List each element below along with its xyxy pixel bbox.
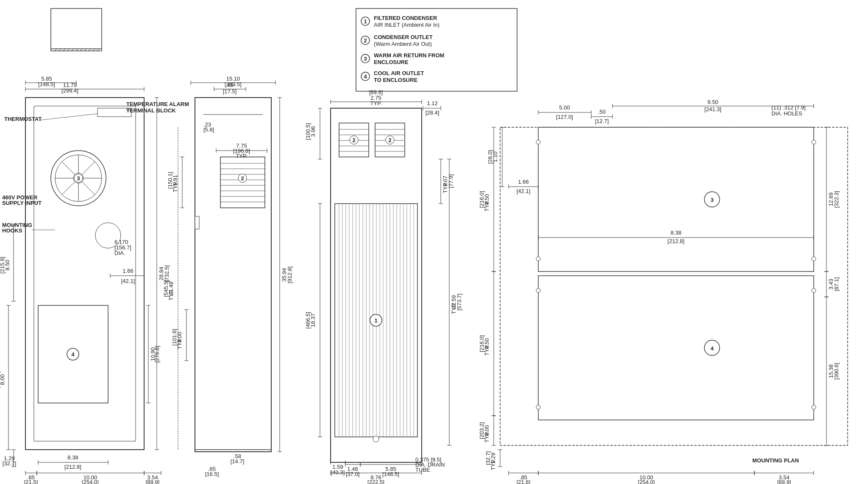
svg-text:1.66: 1.66	[122, 268, 133, 274]
svg-text:[390.6]: [390.6]	[833, 363, 840, 380]
svg-text:8.38: 8.38	[670, 229, 681, 236]
svg-point-298	[812, 288, 816, 293]
svg-text:TYP.: TYP.	[451, 302, 457, 314]
svg-text:1.12: 1.12	[427, 100, 437, 106]
svg-text:TYP.: TYP.	[236, 153, 247, 159]
svg-text:[32.7]: [32.7]	[3, 460, 17, 467]
svg-text:[12.7]: [12.7]	[595, 118, 609, 124]
svg-text:[42.1]: [42.1]	[517, 188, 531, 194]
svg-text:[732.5]: [732.5]	[164, 265, 170, 282]
svg-text:3: 3	[77, 175, 80, 182]
svg-text:[383.5]: [383.5]	[225, 81, 242, 87]
svg-text:[127.0]: [127.0]	[556, 114, 573, 120]
svg-point-299	[812, 405, 816, 409]
svg-text:[148.5]: [148.5]	[38, 81, 55, 87]
svg-text:[203.2]: [203.2]	[0, 371, 0, 388]
svg-text:DIA. HOLES: DIA. HOLES	[771, 110, 802, 117]
svg-text:4: 4	[364, 73, 367, 80]
svg-text:CONDENSER OUTLET: CONDENSER OUTLET	[374, 34, 433, 40]
svg-text:TYP.: TYP.	[484, 431, 490, 442]
svg-text:[254.0]: [254.0]	[638, 479, 655, 484]
svg-text:3: 3	[364, 56, 367, 62]
svg-text:TYP.: TYP.	[176, 338, 183, 349]
svg-text:FILTERED CONDENSER: FILTERED CONDENSER	[374, 15, 437, 21]
svg-text:SUPPLY INPUT: SUPPLY INPUT	[2, 200, 42, 206]
svg-text:DIA.: DIA.	[114, 250, 125, 256]
svg-text:[5.8]: [5.8]	[203, 126, 214, 133]
svg-text:[212.8]: [212.8]	[64, 464, 81, 470]
svg-text:[254.0]: [254.0]	[82, 479, 99, 484]
svg-text:TERMINAL BLOCK: TERMINAL BLOCK	[126, 107, 176, 114]
svg-text:[89.9]: [89.9]	[146, 479, 160, 484]
svg-text:.50: .50	[598, 109, 606, 115]
svg-text:[21.6]: [21.6]	[517, 479, 531, 484]
svg-text:8.00: 8.00	[0, 374, 6, 385]
svg-text:(11) .312 [7.9]: (11) .312 [7.9]	[771, 104, 806, 111]
svg-text:[299.4]: [299.4]	[61, 87, 78, 94]
svg-text:[466.5]: [466.5]	[305, 312, 311, 329]
svg-rect-289	[538, 276, 814, 420]
svg-point-293	[536, 257, 540, 261]
svg-text:4: 4	[71, 351, 75, 358]
svg-text:[37.0]: [37.0]	[346, 471, 360, 477]
svg-rect-140	[195, 216, 199, 229]
svg-text:8.38: 8.38	[67, 454, 78, 461]
svg-text:[28.0]: [28.0]	[487, 150, 493, 164]
svg-text:1: 1	[374, 317, 377, 324]
svg-text:5.00: 5.00	[559, 104, 570, 111]
svg-text:COOL AIR OUTLET: COOL AIR OUTLET	[374, 70, 424, 76]
svg-text:1.66: 1.66	[518, 179, 529, 185]
svg-point-294	[536, 288, 540, 293]
svg-text:2: 2	[352, 137, 355, 143]
svg-text:[212.8]: [212.8]	[668, 238, 684, 244]
svg-point-228	[373, 436, 379, 442]
svg-text:9.50: 9.50	[707, 99, 718, 105]
svg-text:ENCLOSURE: ENCLOSURE	[374, 59, 409, 65]
svg-text:[322.3]: [322.3]	[833, 191, 840, 208]
svg-text:4: 4	[710, 345, 714, 352]
svg-text:1: 1	[364, 18, 367, 25]
svg-point-297	[812, 257, 816, 261]
svg-text:2: 2	[388, 137, 391, 143]
main-container: 1 FILTERED CONDENSER AIR INLET (Ambient …	[0, 0, 868, 484]
svg-text:[69.8]: [69.8]	[369, 89, 383, 95]
svg-rect-286	[538, 127, 814, 271]
svg-text:[14.7]: [14.7]	[231, 458, 245, 464]
svg-text:[573.7]: [573.7]	[456, 294, 462, 311]
svg-text:[89.9]: [89.9]	[777, 479, 791, 484]
svg-text:TEMPERATURE ALARM: TEMPERATURE ALARM	[126, 101, 189, 107]
svg-text:TYP.: TYP.	[442, 182, 448, 193]
svg-text:THERMOSTAT: THERMOSTAT	[4, 116, 42, 122]
svg-text:[100.5]: [100.5]	[305, 123, 311, 140]
technical-drawing: 1 FILTERED CONDENSER AIR INLET (Ambient …	[0, 0, 868, 484]
svg-text:2: 2	[241, 175, 244, 182]
svg-text:[77.9]: [77.9]	[448, 174, 454, 188]
svg-text:TO ENCLOSURE: TO ENCLOSURE	[374, 77, 417, 83]
svg-text:TYP.: TYP.	[168, 289, 174, 300]
svg-text:[87.1]: [87.1]	[833, 277, 840, 291]
svg-text:2: 2	[364, 37, 367, 44]
svg-text:[148.5]: [148.5]	[382, 471, 399, 477]
svg-rect-17	[51, 8, 102, 51]
svg-text:MOUNTING PLAN: MOUNTING PLAN	[752, 457, 799, 464]
svg-text:HOOKS: HOOKS	[2, 227, 22, 234]
svg-text:WARM AIR RETURN FROM: WARM AIR RETURN FROM	[374, 52, 444, 59]
svg-point-292	[536, 140, 540, 144]
svg-text:[222.5]: [222.5]	[367, 479, 384, 484]
svg-text:TUBE: TUBE	[415, 467, 430, 473]
svg-text:[215.9]: [215.9]	[0, 257, 6, 274]
svg-text:3: 3	[710, 197, 713, 203]
svg-point-296	[812, 140, 816, 144]
svg-text:[40.3]: [40.3]	[331, 469, 345, 476]
svg-text:[241.3]: [241.3]	[704, 106, 721, 112]
svg-text:[21.5]: [21.5]	[24, 479, 38, 484]
svg-text:TYP.: TYP.	[370, 100, 381, 106]
svg-text:[28.4]: [28.4]	[426, 109, 440, 116]
svg-text:TYP.: TYP.	[172, 181, 178, 192]
svg-text:[16.5]: [16.5]	[205, 471, 219, 477]
svg-text:TYP.: TYP.	[484, 200, 490, 211]
svg-text:(Warm Ambient Air Out): (Warm Ambient Air Out)	[374, 41, 432, 47]
svg-text:[17.5]: [17.5]	[223, 88, 237, 95]
svg-point-295	[536, 405, 540, 409]
svg-text:[42.1]: [42.1]	[121, 278, 135, 284]
